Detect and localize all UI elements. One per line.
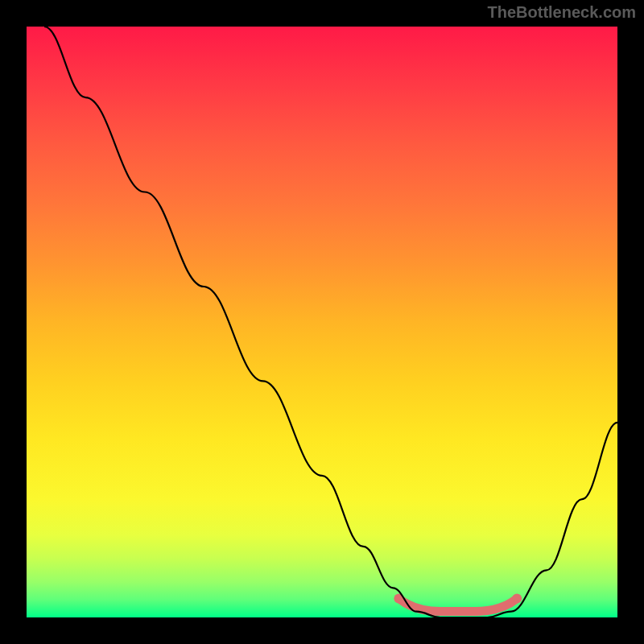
plot-area (27, 27, 617, 617)
optimal-range-highlight (398, 599, 517, 612)
watermark-text: TheBottleneck.com (488, 3, 636, 22)
chart-svg (27, 27, 617, 617)
highlight-endpoint-right (512, 594, 522, 604)
bottleneck-curve-line (44, 27, 617, 617)
